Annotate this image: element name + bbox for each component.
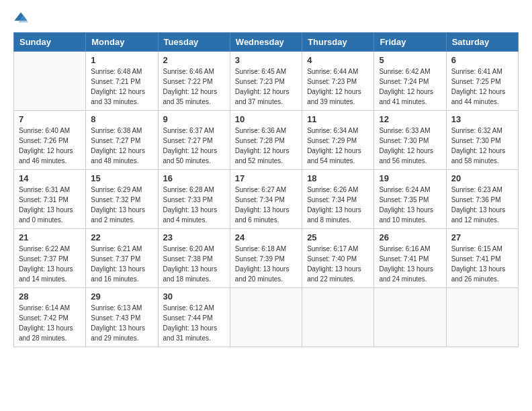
calendar-cell: 2Sunrise: 6:46 AMSunset: 7:22 PMDaylight… — [158, 52, 230, 111]
calendar-cell: 3Sunrise: 6:45 AMSunset: 7:23 PMDaylight… — [230, 52, 302, 111]
page: SundayMondayTuesdayWednesdayThursdayFrid… — [0, 0, 532, 354]
calendar-cell: 28Sunrise: 6:14 AMSunset: 7:42 PMDayligh… — [14, 288, 86, 347]
calendar-cell: 6Sunrise: 6:41 AMSunset: 7:25 PMDaylight… — [446, 52, 518, 111]
calendar-cell: 9Sunrise: 6:37 AMSunset: 7:27 PMDaylight… — [158, 111, 230, 170]
day-number: 10 — [235, 114, 297, 124]
day-info: Sunrise: 6:29 AMSunset: 7:32 PMDaylight:… — [91, 185, 152, 225]
day-number: 27 — [451, 232, 513, 242]
col-header-saturday: Saturday — [446, 33, 518, 52]
day-info: Sunrise: 6:37 AMSunset: 7:27 PMDaylight:… — [163, 126, 225, 166]
day-number: 19 — [379, 173, 441, 183]
day-number: 26 — [379, 232, 441, 242]
calendar-cell: 25Sunrise: 6:17 AMSunset: 7:40 PMDayligh… — [302, 229, 374, 288]
day-number: 2 — [163, 55, 225, 65]
calendar-cell: 23Sunrise: 6:20 AMSunset: 7:38 PMDayligh… — [158, 229, 230, 288]
calendar-cell: 14Sunrise: 6:31 AMSunset: 7:31 PMDayligh… — [14, 170, 86, 229]
calendar-cell: 20Sunrise: 6:23 AMSunset: 7:36 PMDayligh… — [446, 170, 518, 229]
day-info: Sunrise: 6:15 AMSunset: 7:41 PMDaylight:… — [451, 244, 513, 284]
day-info: Sunrise: 6:12 AMSunset: 7:44 PMDaylight:… — [163, 303, 225, 343]
calendar-cell: 1Sunrise: 6:48 AMSunset: 7:21 PMDaylight… — [86, 52, 158, 111]
calendar-cell: 24Sunrise: 6:18 AMSunset: 7:39 PMDayligh… — [230, 229, 302, 288]
day-info: Sunrise: 6:21 AMSunset: 7:37 PMDaylight:… — [91, 244, 152, 284]
day-number: 20 — [451, 173, 513, 183]
calendar-cell: 30Sunrise: 6:12 AMSunset: 7:44 PMDayligh… — [158, 288, 230, 347]
calendar-cell — [374, 288, 446, 347]
day-info: Sunrise: 6:20 AMSunset: 7:38 PMDaylight:… — [163, 244, 225, 284]
day-info: Sunrise: 6:36 AMSunset: 7:28 PMDaylight:… — [235, 126, 297, 166]
calendar-table: SundayMondayTuesdayWednesdayThursdayFrid… — [13, 32, 519, 347]
day-info: Sunrise: 6:40 AMSunset: 7:26 PMDaylight:… — [19, 126, 81, 166]
day-number: 3 — [235, 55, 297, 65]
day-number: 5 — [379, 55, 441, 65]
day-info: Sunrise: 6:18 AMSunset: 7:39 PMDaylight:… — [235, 244, 297, 284]
day-info: Sunrise: 6:16 AMSunset: 7:41 PMDaylight:… — [379, 244, 441, 284]
day-number: 4 — [307, 55, 369, 65]
day-info: Sunrise: 6:45 AMSunset: 7:23 PMDaylight:… — [235, 66, 297, 107]
day-number: 6 — [451, 55, 513, 65]
day-number: 29 — [91, 291, 152, 302]
day-info: Sunrise: 6:23 AMSunset: 7:36 PMDaylight:… — [451, 185, 513, 225]
day-number: 24 — [235, 232, 297, 242]
day-number: 8 — [91, 114, 152, 124]
day-info: Sunrise: 6:42 AMSunset: 7:24 PMDaylight:… — [379, 66, 441, 107]
calendar-cell: 10Sunrise: 6:36 AMSunset: 7:28 PMDayligh… — [230, 111, 302, 170]
col-header-tuesday: Tuesday — [158, 33, 230, 52]
calendar-cell: 17Sunrise: 6:27 AMSunset: 7:34 PMDayligh… — [230, 170, 302, 229]
calendar-cell: 4Sunrise: 6:44 AMSunset: 7:23 PMDaylight… — [302, 52, 374, 111]
day-number: 16 — [163, 173, 225, 183]
col-header-wednesday: Wednesday — [230, 33, 302, 52]
day-number: 28 — [19, 291, 81, 302]
calendar-cell: 13Sunrise: 6:32 AMSunset: 7:30 PMDayligh… — [446, 111, 518, 170]
calendar-cell — [230, 288, 302, 347]
col-header-monday: Monday — [86, 33, 158, 52]
day-info: Sunrise: 6:24 AMSunset: 7:35 PMDaylight:… — [379, 185, 441, 225]
logo — [13, 11, 31, 26]
day-info: Sunrise: 6:22 AMSunset: 7:37 PMDaylight:… — [19, 244, 81, 284]
day-info: Sunrise: 6:26 AMSunset: 7:34 PMDaylight:… — [307, 185, 369, 225]
calendar-cell: 7Sunrise: 6:40 AMSunset: 7:26 PMDaylight… — [14, 111, 86, 170]
calendar-cell: 5Sunrise: 6:42 AMSunset: 7:24 PMDaylight… — [374, 52, 446, 111]
calendar-cell: 22Sunrise: 6:21 AMSunset: 7:37 PMDayligh… — [86, 229, 158, 288]
day-number: 17 — [235, 173, 297, 183]
day-info: Sunrise: 6:44 AMSunset: 7:23 PMDaylight:… — [307, 66, 369, 107]
header — [13, 11, 519, 26]
day-number: 15 — [91, 173, 152, 183]
col-header-sunday: Sunday — [14, 33, 86, 52]
day-info: Sunrise: 6:13 AMSunset: 7:43 PMDaylight:… — [91, 303, 152, 343]
day-number: 25 — [307, 232, 369, 242]
day-number: 7 — [19, 114, 81, 124]
day-info: Sunrise: 6:32 AMSunset: 7:30 PMDaylight:… — [451, 126, 513, 166]
day-info: Sunrise: 6:33 AMSunset: 7:30 PMDaylight:… — [379, 126, 441, 166]
calendar-cell: 16Sunrise: 6:28 AMSunset: 7:33 PMDayligh… — [158, 170, 230, 229]
calendar-cell — [14, 52, 86, 111]
day-info: Sunrise: 6:46 AMSunset: 7:22 PMDaylight:… — [163, 66, 225, 107]
calendar-cell: 29Sunrise: 6:13 AMSunset: 7:43 PMDayligh… — [86, 288, 158, 347]
calendar-cell: 19Sunrise: 6:24 AMSunset: 7:35 PMDayligh… — [374, 170, 446, 229]
day-info: Sunrise: 6:34 AMSunset: 7:29 PMDaylight:… — [307, 126, 369, 166]
day-info: Sunrise: 6:14 AMSunset: 7:42 PMDaylight:… — [19, 303, 81, 343]
day-info: Sunrise: 6:28 AMSunset: 7:33 PMDaylight:… — [163, 185, 225, 225]
day-info: Sunrise: 6:31 AMSunset: 7:31 PMDaylight:… — [19, 185, 81, 225]
day-info: Sunrise: 6:17 AMSunset: 7:40 PMDaylight:… — [307, 244, 369, 284]
calendar-cell: 12Sunrise: 6:33 AMSunset: 7:30 PMDayligh… — [374, 111, 446, 170]
day-info: Sunrise: 6:27 AMSunset: 7:34 PMDaylight:… — [235, 185, 297, 225]
calendar-cell — [302, 288, 374, 347]
day-number: 9 — [163, 114, 225, 124]
day-info: Sunrise: 6:38 AMSunset: 7:27 PMDaylight:… — [91, 126, 152, 166]
day-info: Sunrise: 6:41 AMSunset: 7:25 PMDaylight:… — [451, 66, 513, 107]
day-number: 13 — [451, 114, 513, 124]
calendar-cell: 15Sunrise: 6:29 AMSunset: 7:32 PMDayligh… — [86, 170, 158, 229]
day-number: 18 — [307, 173, 369, 183]
col-header-friday: Friday — [374, 33, 446, 52]
day-number: 14 — [19, 173, 81, 183]
calendar-cell: 8Sunrise: 6:38 AMSunset: 7:27 PMDaylight… — [86, 111, 158, 170]
day-number: 21 — [19, 232, 81, 242]
calendar-cell — [446, 288, 518, 347]
calendar-cell: 11Sunrise: 6:34 AMSunset: 7:29 PMDayligh… — [302, 111, 374, 170]
day-number: 30 — [163, 291, 225, 302]
calendar-cell: 18Sunrise: 6:26 AMSunset: 7:34 PMDayligh… — [302, 170, 374, 229]
day-number: 1 — [91, 55, 152, 65]
col-header-thursday: Thursday — [302, 33, 374, 52]
day-info: Sunrise: 6:48 AMSunset: 7:21 PMDaylight:… — [91, 66, 152, 107]
calendar-cell: 26Sunrise: 6:16 AMSunset: 7:41 PMDayligh… — [374, 229, 446, 288]
